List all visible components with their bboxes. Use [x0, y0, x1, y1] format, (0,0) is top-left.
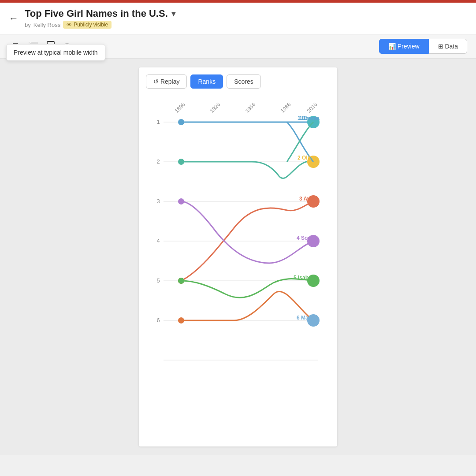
svg-text:1926: 1926 [209, 101, 222, 114]
visibility-badge: 👁 Publicly visible [63, 21, 112, 29]
svg-text:1986: 1986 [279, 101, 292, 114]
svg-text:1896: 1896 [174, 101, 186, 114]
svg-point-30 [178, 198, 184, 205]
svg-text:4: 4 [156, 238, 160, 244]
chart-visualization: 1896 1926 1956 1986 2016 1 2 3 4 5 6 [146, 96, 330, 406]
main-content: ↺ Replay Ranks Scores 1896 1926 1956 198… [0, 59, 476, 455]
preview-tab[interactable]: 📊 Preview [379, 39, 429, 54]
title-text: Top Five Girl Names in the U.S. [25, 8, 168, 19]
grid-icon: ⊞ [438, 43, 443, 50]
badge-label: Publicly visible [74, 22, 108, 28]
svg-text:2: 2 [156, 158, 160, 165]
svg-point-21 [178, 119, 184, 125]
page-title: Top Five Girl Names in the U.S. ▾ [25, 8, 467, 19]
replay-button[interactable]: ↺ Replay [146, 74, 187, 89]
svg-text:2 Olivia: 2 Olivia [298, 155, 316, 161]
data-tab[interactable]: ⊞ Data [429, 39, 467, 54]
ranks-button[interactable]: Ranks [190, 74, 223, 89]
tooltip: Preview at typical mobile width [6, 44, 105, 61]
eye-icon: 👁 [67, 22, 72, 28]
toolbar-right: 📊 Preview ⊞ Data [379, 39, 467, 54]
svg-point-33 [178, 278, 184, 284]
chart-panel: ↺ Replay Ranks Scores 1896 1926 1956 198… [139, 67, 337, 446]
author-prefix: by [25, 22, 31, 28]
chevron-down-icon[interactable]: ▾ [171, 9, 175, 19]
svg-text:6: 6 [156, 317, 160, 324]
header-title-area: Top Five Girl Names in the U.S. ▾ by Kel… [25, 8, 467, 29]
preview-icon: 📊 [388, 43, 396, 50]
svg-text:5 Isabella: 5 Isabella [294, 275, 317, 281]
author-name: Kelly Ross [33, 22, 60, 28]
svg-text:4 Sophia: 4 Sophia [297, 235, 319, 241]
svg-text:1 Emma: 1 Emma [298, 115, 318, 121]
scores-button[interactable]: Scores [227, 74, 261, 89]
chart-controls: ↺ Replay Ranks Scores [146, 74, 330, 89]
back-button[interactable]: ← [9, 13, 19, 24]
header-subtitle: by Kelly Ross 👁 Publicly visible [25, 21, 467, 29]
svg-text:6 Mary: 6 Mary [297, 315, 313, 321]
svg-text:1956: 1956 [244, 101, 257, 114]
tooltip-text: Preview at typical mobile width [14, 49, 98, 56]
svg-text:3 Ava: 3 Ava [299, 196, 313, 202]
svg-text:5: 5 [156, 277, 160, 284]
svg-text:3: 3 [156, 198, 160, 205]
svg-text:2016: 2016 [306, 101, 319, 114]
svg-text:1: 1 [156, 119, 160, 125]
header: ← Top Five Girl Names in the U.S. ▾ by K… [0, 3, 476, 34]
svg-point-36 [178, 317, 184, 324]
svg-point-24 [178, 159, 184, 165]
